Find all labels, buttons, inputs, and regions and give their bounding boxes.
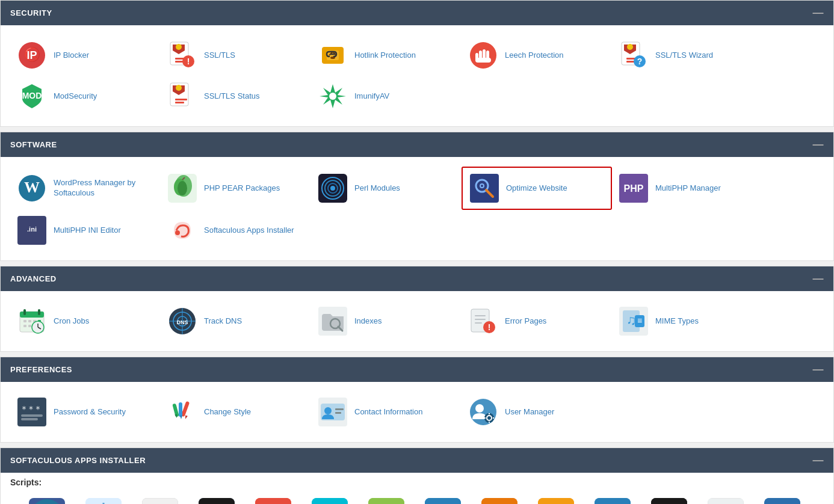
preferences-collapse-icon[interactable]: — — [813, 363, 824, 376]
svg-point-110 — [484, 413, 494, 423]
concrete85-app-icon — [651, 498, 687, 504]
svg-text:?: ? — [637, 57, 643, 66]
svg-rect-64 — [28, 320, 31, 322]
svg-rect-31 — [175, 99, 187, 100]
elgg3-app-icon: E — [142, 498, 178, 504]
app-laravel8[interactable]: Laravel 8 — [246, 494, 300, 504]
apps-row: ‹ W WordPress — [1, 490, 833, 504]
indexes-icon — [318, 307, 347, 336]
app-magento242[interactable]: Magento 2.4.2 — [472, 494, 527, 504]
ssl-status-label: SSL/TLS Status — [204, 91, 260, 102]
app-limesurvey3[interactable]: L LimeSurvey 3 — [359, 494, 413, 504]
item-ip-blocker[interactable]: 🚫 IP IP Blocker — [10, 35, 161, 76]
modsecurity-label: ModSecurity — [54, 91, 97, 102]
item-multiphp-manager[interactable]: PHP MultiPHP Manager — [612, 167, 762, 210]
app-whmcs83[interactable]: WHMCS 8.3 — [585, 494, 640, 504]
item-password-security[interactable]: *** Password & Security — [10, 392, 161, 432]
svg-rect-82 — [475, 315, 486, 316]
app-elgg3[interactable]: E Elgg 3 — [133, 494, 187, 504]
multiphp-mgr-label: MultiPHP Manager — [655, 183, 721, 194]
software-header[interactable]: SOFTWARE — — [1, 132, 833, 157]
multiphp-mgr-icon: PHP — [619, 174, 648, 203]
softaculous-icon — [168, 216, 197, 245]
scripts-label: Scripts: — [1, 473, 833, 490]
security-header[interactable]: SECURITY — — [1, 1, 833, 25]
item-ssl-tls-wizard[interactable]: ? SSL/TLS Wizard — [612, 35, 762, 76]
app-moodle311[interactable]: Moodle 3.11 — [529, 494, 583, 504]
item-error-pages[interactable]: ! Error Pages — [462, 301, 612, 342]
apps-scroller: W WordPress — [20, 494, 814, 504]
leech-icon — [469, 41, 498, 70]
password-security-label: Password & Security — [54, 407, 126, 417]
magento242-app-icon — [481, 498, 517, 504]
password-security-icon: *** — [17, 398, 46, 426]
svg-rect-84 — [475, 322, 482, 324]
svg-point-57 — [175, 230, 180, 235]
item-php-pear[interactable]: PHP PEAR Packages — [161, 167, 311, 210]
track-dns-label: Track DNS — [204, 316, 242, 327]
app-whmcs82[interactable]: WHMCS 8.2 — [416, 494, 470, 504]
app-concrete85[interactable]: Concrete CMS 8.5 — [642, 494, 696, 504]
app-smf20[interactable]: SMF 2.0 — [699, 494, 753, 504]
preferences-body: *** Password & Security — [1, 382, 833, 442]
advanced-collapse-icon[interactable]: — — [813, 272, 824, 285]
item-mime-types[interactable]: ♫ ≡ MIME Types — [612, 301, 762, 342]
contact-info-icon — [318, 398, 347, 426]
app-qloapps[interactable]: QloApps — [190, 494, 244, 504]
user-manager-label: User Manager — [505, 407, 554, 417]
item-cron-jobs[interactable]: Cron Jobs — [10, 301, 161, 342]
advanced-section: ADVANCED — — [0, 266, 834, 352]
item-hotlink-protection[interactable]: Hotlink Protection — [311, 35, 462, 76]
ssl-wizard-label: SSL/TLS Wizard — [655, 51, 713, 61]
item-optimize-website[interactable]: Optimize Website — [462, 167, 612, 210]
svg-rect-146 — [595, 498, 631, 504]
security-collapse-icon[interactable]: — — [813, 7, 824, 19]
svg-text:♫: ♫ — [626, 313, 637, 328]
smf20-app-icon — [708, 498, 744, 504]
softaculous-collapse-icon[interactable]: — — [813, 454, 824, 467]
svg-text:≡: ≡ — [637, 316, 642, 325]
item-track-dns[interactable]: DNS Track DNS — [161, 301, 311, 342]
leech-label: Leech Protection — [505, 51, 564, 61]
svg-text:.ini: .ini — [27, 226, 37, 233]
item-ssl-tls-status[interactable]: SSL/TLS Status — [161, 76, 311, 117]
svg-rect-83 — [475, 319, 486, 320]
app-wordpress[interactable]: W WordPress — [20, 494, 74, 504]
item-contact-information[interactable]: Contact Information — [311, 392, 462, 432]
item-leech-protection[interactable]: Leech Protection — [462, 35, 612, 76]
item-user-manager[interactable]: User Manager — [462, 392, 612, 432]
contact-info-label: Contact Information — [354, 407, 422, 417]
change-style-icon — [168, 398, 197, 426]
svg-rect-106 — [335, 408, 344, 410]
software-collapse-icon[interactable]: — — [813, 138, 824, 151]
item-wordpress-manager[interactable]: W WordPress Manager by Softaculous — [10, 167, 161, 210]
advanced-header[interactable]: ADVANCED — — [1, 266, 833, 291]
softaculous-header[interactable]: SOFTACULOUS APPS INSTALLER — — [1, 448, 833, 473]
svg-rect-67 — [23, 325, 26, 327]
item-change-style[interactable]: Change Style — [161, 392, 311, 432]
security-section: SECURITY — 🚫 IP IP Blocker — [0, 0, 834, 127]
app-opencart4[interactable]: OpenCart 4 — [303, 494, 357, 504]
item-indexes[interactable]: Indexes — [311, 301, 462, 342]
advanced-body: Cron Jobs DNS Track DNS — [1, 291, 833, 351]
item-imunifyav[interactable]: ImunifyAV — [311, 76, 462, 117]
item-modsecurity[interactable]: MOD ModSecurity — [10, 76, 161, 117]
perl-icon — [318, 174, 347, 203]
opencart4-app-icon — [312, 498, 348, 504]
app-wintercms[interactable]: WinterCMS — [76, 494, 131, 504]
svg-text:IP: IP — [26, 49, 37, 61]
item-multiphp-ini[interactable]: .ini MultiPHP INI Editor — [10, 210, 161, 251]
svg-point-5 — [176, 44, 182, 50]
preferences-header[interactable]: PREFERENCES — — [1, 357, 833, 382]
preferences-title: PREFERENCES — [10, 365, 72, 374]
svg-rect-126 — [199, 498, 235, 504]
item-ssl-tls[interactable]: ! SSL/TLS — [161, 35, 311, 76]
item-softaculous-installer[interactable]: Softaculous Apps Installer — [161, 210, 311, 251]
svg-rect-63 — [23, 320, 26, 322]
svg-rect-129 — [255, 498, 291, 504]
whmcs82-app-icon — [425, 498, 461, 504]
item-perl-modules[interactable]: Perl Modules — [311, 167, 462, 210]
app-joom[interactable]: Joom — [755, 494, 809, 504]
optimize-icon — [470, 174, 499, 203]
multiphp-ini-label: MultiPHP INI Editor — [54, 226, 121, 236]
